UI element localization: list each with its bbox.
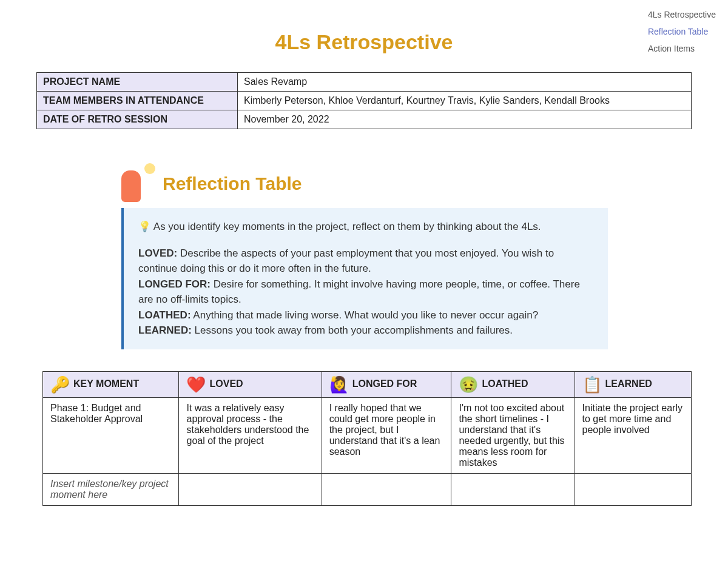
meta-label: DATE OF RETRO SESSION	[37, 110, 238, 129]
cell-longed[interactable]: I really hoped that we could get more pe…	[322, 397, 451, 473]
meta-row: TEAM MEMBERS IN ATTENDANCE Kimberly Pete…	[37, 92, 692, 110]
page-title: 4Ls Retrospective	[36, 30, 692, 54]
cell-empty[interactable]	[179, 473, 322, 505]
meta-label: PROJECT NAME	[37, 73, 238, 92]
key-icon: 🔑	[50, 377, 70, 392]
callout-def: LOVED: Describe the aspects of your past…	[138, 246, 593, 277]
section-heading: Reflection Table	[163, 173, 302, 194]
callout-lead: As you identify key moments in the proje…	[138, 219, 593, 235]
cell-loathed[interactable]: I'm not too excited about the short time…	[451, 397, 575, 473]
col-header-longed: 🙋‍♀️LONGED FOR	[322, 371, 451, 397]
cell-empty[interactable]	[575, 473, 691, 505]
col-header-loved: ❤️LOVED	[179, 371, 322, 397]
cell-key-moment[interactable]: Phase 1: Budget and Stakeholder Approval	[43, 397, 179, 473]
outline-nav: 4Ls Retrospective Reflection Table Actio…	[648, 6, 716, 57]
reflection-section: Reflection Table As you identify key mom…	[121, 166, 692, 349]
clipboard-icon: 📋	[582, 377, 602, 392]
col-header-learned: 📋LEARNED	[575, 371, 691, 397]
callout-box: As you identify key moments in the proje…	[121, 208, 608, 349]
callout-def: LEARNED: Lessons you took away from both…	[138, 323, 593, 338]
meta-value[interactable]: Sales Revamp	[238, 73, 692, 92]
cell-loved[interactable]: It was a relatively easy approval proces…	[179, 397, 322, 473]
meta-value[interactable]: Kimberly Peterson, Khloe Verdanturf, Kou…	[238, 92, 692, 110]
letter-l-icon	[121, 166, 153, 202]
cell-empty[interactable]	[322, 473, 451, 505]
nav-item-reflection[interactable]: Reflection Table	[648, 23, 716, 40]
meta-table: PROJECT NAME Sales Revamp TEAM MEMBERS I…	[36, 72, 692, 129]
nav-item-action[interactable]: Action Items	[648, 40, 716, 57]
meta-row: PROJECT NAME Sales Revamp	[37, 73, 692, 92]
meta-value[interactable]: November 20, 2022	[238, 110, 692, 129]
nav-item-4ls[interactable]: 4Ls Retrospective	[648, 6, 716, 23]
cell-learned[interactable]: Initiate the project early to get more t…	[575, 397, 691, 473]
col-header-key-moment: 🔑KEY MOMENT	[43, 371, 179, 397]
callout-def: LOATHED: Anything that made living worse…	[138, 308, 593, 323]
table-row: Phase 1: Budget and Stakeholder Approval…	[43, 397, 692, 473]
document-body: 4Ls Retrospective PROJECT NAME Sales Rev…	[0, 0, 728, 524]
table-row: Insert milestone/key project moment here	[43, 473, 692, 505]
meta-label: TEAM MEMBERS IN ATTENDANCE	[37, 92, 238, 110]
cell-placeholder[interactable]: Insert milestone/key project moment here	[43, 473, 179, 505]
heart-icon: ❤️	[186, 377, 206, 392]
meta-row: DATE OF RETRO SESSION November 20, 2022	[37, 110, 692, 129]
person-icon: 🙋‍♀️	[329, 377, 349, 392]
reflection-table: 🔑KEY MOMENT ❤️LOVED 🙋‍♀️LONGED FOR 🤢LOAT…	[42, 371, 692, 506]
callout-def: LONGED FOR: Desire for something. It mig…	[138, 277, 593, 308]
sick-face-icon: 🤢	[459, 377, 478, 392]
cell-empty[interactable]	[451, 473, 575, 505]
col-header-loathed: 🤢LOATHED	[451, 371, 575, 397]
